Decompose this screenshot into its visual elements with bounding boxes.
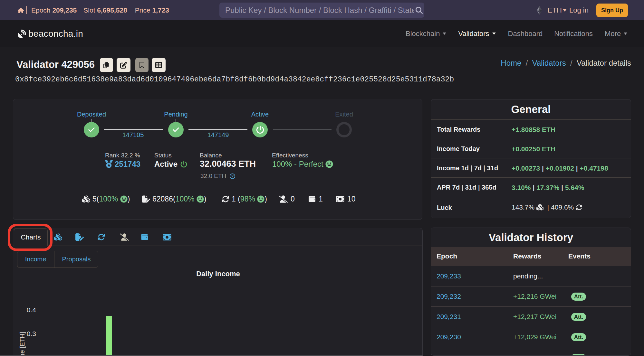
svg-text:?: ? [231,174,234,178]
